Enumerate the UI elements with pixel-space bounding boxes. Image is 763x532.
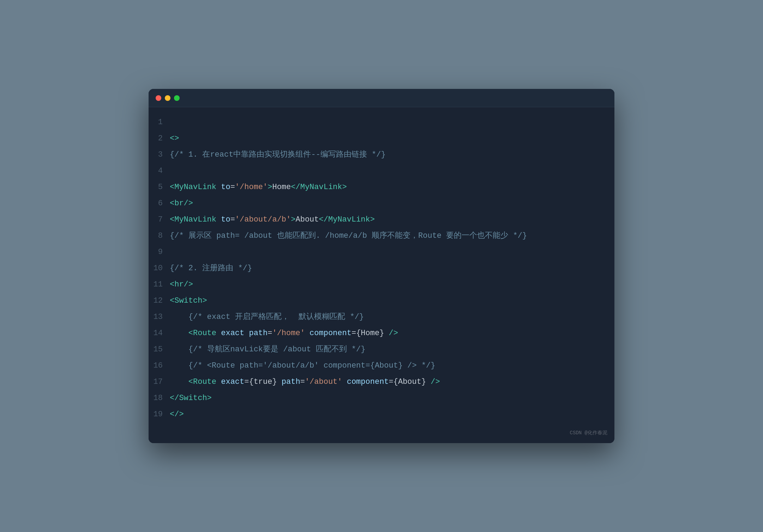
code-line-18: 18 </Switch>	[149, 390, 614, 406]
line-number: 2	[149, 132, 170, 145]
line-number: 14	[149, 327, 170, 340]
line-content: {/* 展示区 path= /about 也能匹配到. /home/a/b 顺序…	[170, 229, 527, 243]
line-content: <Switch>	[170, 294, 207, 308]
code-line-9: 9	[149, 244, 614, 260]
code-line-17: 17 <Route exact={true} path='/about' com…	[149, 374, 614, 390]
line-content: {/* 2. 注册路由 */}	[170, 262, 252, 275]
line-content: <br/>	[170, 197, 193, 210]
line-content: </>	[170, 408, 184, 421]
line-number: 10	[149, 262, 170, 275]
code-editor: 1 2 <> 3 {/* 1. 在react中靠路由实现切换组件--编写路由链接…	[149, 107, 614, 443]
code-line-11: 11 <hr/>	[149, 277, 614, 293]
line-content: <MyNavLink to='/about/a/b'>About</MyNavL…	[170, 213, 375, 226]
code-window: 1 2 <> 3 {/* 1. 在react中靠路由实现切换组件--编写路由链接…	[149, 89, 614, 443]
code-line-3: 3 {/* 1. 在react中靠路由实现切换组件--编写路由链接 */}	[149, 147, 614, 163]
line-number: 12	[149, 294, 170, 308]
code-line-7: 7 <MyNavLink to='/about/a/b'>About</MyNa…	[149, 212, 614, 228]
code-line-6: 6 <br/>	[149, 195, 614, 212]
line-number: 17	[149, 375, 170, 389]
code-line-5: 5 <MyNavLink to='/home'>Home</MyNavLink>	[149, 179, 614, 195]
line-content: <hr/>	[170, 278, 193, 291]
titlebar	[149, 89, 614, 107]
code-line-10: 10 {/* 2. 注册路由 */}	[149, 260, 614, 277]
line-number: 16	[149, 359, 170, 373]
code-line-16: 16 {/* <Route path='/about/a/b' componen…	[149, 358, 614, 374]
line-number: 6	[149, 197, 170, 210]
maximize-button[interactable]	[174, 95, 180, 101]
code-line-13: 13 {/* exact 开启严格匹配， 默认模糊匹配 */}	[149, 309, 614, 325]
line-content: <Route exact path='/home' component={Hom…	[170, 327, 398, 340]
code-line-12: 12 <Switch>	[149, 293, 614, 309]
code-line-14: 14 <Route exact path='/home' component={…	[149, 325, 614, 341]
line-number: 3	[149, 148, 170, 162]
line-content: <MyNavLink to='/home'>Home</MyNavLink>	[170, 181, 347, 194]
line-content: <Route exact={true} path='/about' compon…	[170, 375, 440, 389]
minimize-button[interactable]	[165, 95, 170, 101]
code-line-19: 19 </>	[149, 406, 614, 423]
line-number: 13	[149, 310, 170, 324]
code-line-2: 2 <>	[149, 131, 614, 147]
line-content: {/* <Route path='/about/a/b' component={…	[170, 359, 435, 373]
line-number: 4	[149, 164, 170, 178]
line-content: {/* exact 开启严格匹配， 默认模糊匹配 */}	[170, 310, 364, 324]
close-button[interactable]	[156, 95, 161, 101]
line-number: 7	[149, 213, 170, 226]
line-number: 18	[149, 392, 170, 405]
code-line-20	[149, 423, 614, 436]
line-number: 15	[149, 343, 170, 356]
line-number: 9	[149, 246, 170, 259]
line-content: <>	[170, 132, 179, 145]
line-content: {/* 导航区navLick要是 /about 匹配不到 */}	[170, 343, 365, 356]
watermark: CSDN @化作春泥	[570, 430, 607, 436]
line-number: 8	[149, 229, 170, 243]
code-line-15: 15 {/* 导航区navLick要是 /about 匹配不到 */}	[149, 341, 614, 358]
code-line-4: 4	[149, 163, 614, 179]
code-line-1: 1	[149, 114, 614, 131]
line-number: 19	[149, 408, 170, 421]
line-number: 11	[149, 278, 170, 291]
line-content: {/* 1. 在react中靠路由实现切换组件--编写路由链接 */}	[170, 148, 386, 162]
line-content: </Switch>	[170, 392, 212, 405]
code-line-8: 8 {/* 展示区 path= /about 也能匹配到. /home/a/b …	[149, 228, 614, 244]
line-number: 5	[149, 181, 170, 194]
line-number: 1	[149, 116, 170, 129]
